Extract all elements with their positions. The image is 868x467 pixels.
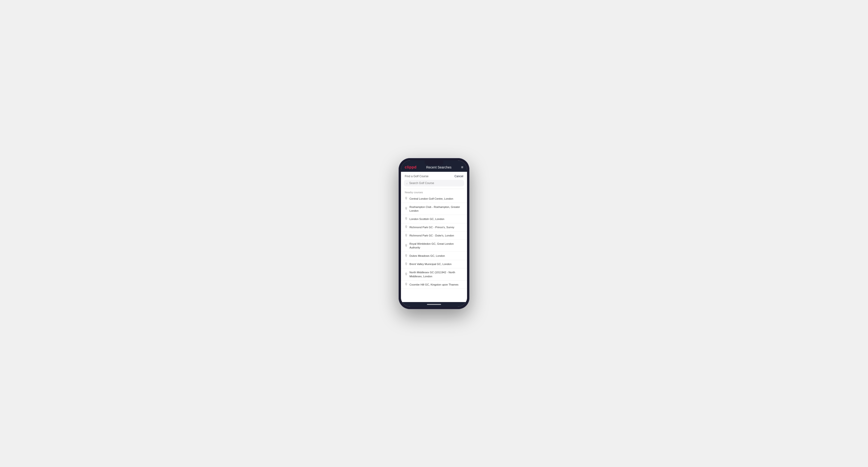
course-list-item[interactable]: Coombe Hill GC, Kingston upon Thames [401,281,467,289]
pin-icon [405,234,408,238]
phone-screen: clippd Recent Searches ≡ Find a Golf Cou… [401,160,467,307]
pin-icon [405,217,408,221]
course-list-item[interactable]: North Middlesex GC (1011942 - North Midd… [401,268,467,280]
course-name: London Scottish GC, London [409,217,444,221]
course-list-item[interactable]: Richmond Park GC - Prince's, Surrey [401,223,467,231]
home-bar [427,304,441,305]
search-box: ⌕ [404,180,464,186]
pin-icon [405,244,408,248]
pin-icon [405,254,408,258]
pin-icon [405,225,408,229]
app-logo: clippd [405,165,416,169]
search-input[interactable] [409,182,462,185]
menu-icon[interactable]: ≡ [461,165,463,169]
course-list-item[interactable]: London Scottish GC, London [401,215,467,223]
course-name: Royal Wimbledon GC, Great London Authori… [409,242,463,249]
course-name: North Middlesex GC (1011942 - North Midd… [409,271,463,278]
course-list-item[interactable]: Royal Wimbledon GC, Great London Authori… [401,240,467,252]
find-label: Find a Golf Course [405,175,429,178]
course-name: Roehampton Club - Roehampton, Greater Lo… [409,205,463,213]
pin-icon [405,273,408,276]
nav-title: Recent Searches [426,165,452,169]
course-list-item[interactable]: Central London Golf Centre, London [401,195,467,203]
course-name: Richmond Park GC - Prince's, Surrey [409,225,454,229]
pin-icon [405,197,408,200]
phone-frame: clippd Recent Searches ≡ Find a Golf Cou… [399,158,469,309]
course-name: Brent Valley Municipal GC, London [409,262,452,266]
search-icon: ⌕ [406,182,408,185]
content-area: Find a Golf Course Cancel ⌕ Nearby cours… [401,172,467,302]
nearby-section-label: Nearby courses [401,189,467,195]
course-list-item[interactable]: Dukes Meadows GC, London [401,252,467,260]
search-wrapper: ⌕ [401,180,467,189]
cancel-button[interactable]: Cancel [455,175,463,178]
course-list-item[interactable]: Brent Valley Municipal GC, London [401,260,467,268]
course-list-item[interactable]: Roehampton Club - Roehampton, Greater Lo… [401,203,467,215]
pin-icon [405,262,408,266]
home-indicator [401,302,467,307]
find-header: Find a Golf Course Cancel [401,172,467,180]
course-name: Dukes Meadows GC, London [409,254,445,258]
course-name: Richmond Park GC - Duke's, London [409,234,454,238]
course-name: Coombe Hill GC, Kingston upon Thames [409,283,459,286]
notch [425,160,443,165]
course-list-item[interactable]: Richmond Park GC - Duke's, London [401,231,467,240]
pin-icon [405,283,408,286]
course-list: Central London Golf Centre, London Roeha… [401,195,467,302]
course-name: Central London Golf Centre, London [409,197,453,200]
pin-icon [405,207,408,211]
